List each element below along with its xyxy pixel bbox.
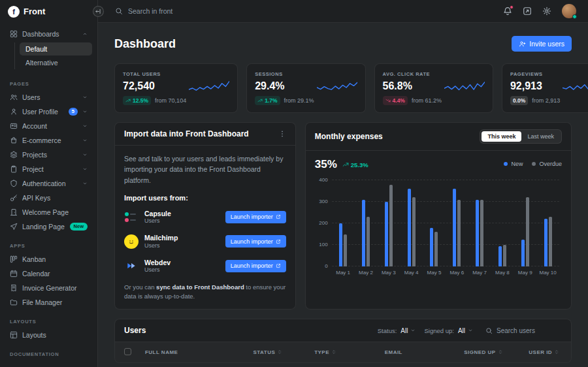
launch-importer-button[interactable]: Launch importer [225, 235, 286, 247]
sidebar-item-projects[interactable]: Projects [5, 148, 93, 162]
sidebar-item-label: Calendar [22, 270, 88, 278]
sidebar-item-users[interactable]: Users [5, 90, 93, 104]
dashboards-submenu: Default Alternative [14, 42, 97, 69]
expenses-delta-value: 25.3% [351, 161, 368, 168]
expenses-value: 35% [315, 158, 337, 171]
expenses-chart: 0100200300400 [332, 180, 559, 266]
sidebar-item-kanban[interactable]: Kanban [5, 252, 93, 266]
webdev-logo [124, 259, 139, 273]
column-user-id[interactable]: USER ID [522, 342, 571, 362]
global-search[interactable] [115, 7, 272, 15]
select-all-checkbox[interactable] [124, 348, 131, 355]
stat-card-sessions: SESSIONS 29.4% 1.7% from 29.1% [246, 63, 365, 113]
bar-new [430, 228, 433, 266]
users-table: FULL NAME STATUS TYPE EMAIL SIGNED UP US… [115, 342, 571, 362]
source-text: Webdev Users [144, 259, 171, 274]
chevron-down-icon [410, 328, 416, 333]
delta-badge: 12.5% [123, 96, 151, 105]
sidebar-item-file-manager[interactable]: File Manager [5, 295, 93, 310]
users-search-input[interactable] [497, 327, 562, 334]
sidebar-item-label: Welcome Page [22, 208, 88, 216]
sidebar-subitem-alternative[interactable]: Alternative [20, 56, 92, 69]
shortcuts-button[interactable] [523, 7, 532, 16]
stat-title: AVG. CLICK RATE [383, 71, 442, 77]
sidebar-item-label: Invoice Generator [22, 284, 88, 292]
x-tick-label: May 2 [355, 270, 378, 276]
sidebar-item-authentication[interactable]: Authentication [5, 176, 93, 191]
trend-up-icon [257, 98, 263, 103]
status-filter-select[interactable]: All [400, 327, 416, 334]
sidebar-nav: Dashboards Default Alternative PAGES Use… [0, 23, 97, 367]
x-tick-label: May 9 [514, 270, 536, 276]
cards-row: Import data into Front Dashboard See and… [114, 122, 572, 310]
legend-overdue[interactable]: Overdue [532, 161, 562, 167]
chevron-down-icon [82, 109, 88, 114]
column-label: USER ID [529, 349, 552, 355]
signed-up-filter-select[interactable]: All [458, 327, 473, 334]
source-type: Users [144, 242, 178, 249]
x-tick-label: May 4 [400, 270, 423, 276]
sidebar-item-dashboards[interactable]: Dashboards [5, 27, 93, 41]
bar-group [400, 180, 423, 266]
launch-importer-button[interactable]: Launch importer [225, 211, 286, 223]
sidebar-item-landing-page[interactable]: Landing Page New [5, 219, 93, 234]
invite-users-button[interactable]: Invite users [512, 36, 572, 52]
sidebar-collapse-button[interactable] [93, 6, 104, 17]
x-tick-label: May 1 [332, 270, 355, 276]
sidebar-item-project[interactable]: Project [5, 162, 93, 176]
users-icon [10, 93, 18, 101]
sort-icon [331, 349, 336, 355]
external-link-icon [276, 263, 281, 268]
sidebar-item-calendar[interactable]: Calendar [5, 266, 93, 281]
sparkline-chart [444, 79, 485, 97]
column-email[interactable]: EMAIL [378, 342, 458, 362]
invoice-icon [10, 284, 18, 292]
legend-new[interactable]: New [504, 161, 523, 167]
card-menu-button[interactable] [278, 130, 286, 138]
chart-legend: New Overdue [504, 158, 562, 167]
column-status[interactable]: STATUS [247, 342, 308, 362]
signed-up-filter-label: Signed up: [424, 327, 453, 334]
project-icon [10, 165, 18, 173]
bar-new [408, 189, 411, 266]
sidebar-item-ecommerce[interactable]: E-commerce [5, 133, 93, 148]
launch-importer-button[interactable]: Launch importer [225, 260, 286, 272]
import-subtitle: Import users from: [124, 194, 286, 202]
stat-card-avg-click-rate: AVG. CLICK RATE 56.8% 4.4% from 61.2% [374, 63, 493, 113]
users-search[interactable] [485, 327, 562, 334]
bar-new [521, 240, 525, 266]
sidebar-item-api-keys[interactable]: API Keys [5, 191, 93, 205]
stat-value: 56.8% [383, 80, 442, 92]
sidebar-item-layouts[interactable]: Layouts [5, 328, 93, 342]
stat-baseline: from 61.2% [412, 97, 442, 104]
column-signed-up[interactable]: SIGNED UP [457, 342, 522, 362]
search-input[interactable] [128, 7, 272, 15]
notifications-button[interactable] [503, 7, 512, 16]
stat-card-body: PAGEVIEWS 92,913 0.0% from 2,913 [510, 71, 560, 105]
sidebar-subitem-default[interactable]: Default [20, 42, 92, 56]
source-name: Mailchimp [144, 234, 178, 242]
toggle-this-week[interactable]: This week [482, 131, 521, 142]
column-type[interactable]: TYPE [308, 342, 378, 362]
account-icon [10, 122, 18, 130]
sidebar-item-invoice-generator[interactable]: Invoice Generator [5, 281, 93, 295]
legend-label: Overdue [539, 161, 562, 167]
x-tick-label: May 10 [536, 270, 559, 276]
sidebar-item-user-profile[interactable]: User Profile 5 [5, 104, 93, 119]
toggle-last-week[interactable]: Last week [521, 131, 560, 142]
expenses-summary: 35% 25.3% [315, 158, 368, 171]
bar-new [362, 200, 365, 266]
avatar[interactable] [562, 4, 576, 18]
stat-value: 72,540 [123, 80, 186, 92]
api-keys-icon [10, 194, 18, 202]
column-full-name[interactable]: FULL NAME [139, 342, 247, 362]
sidebar-item-welcome-page[interactable]: Welcome Page [5, 205, 93, 219]
settings-button[interactable] [542, 7, 551, 16]
mailchimp-logo [124, 234, 139, 249]
brand[interactable]: f Front [0, 0, 97, 23]
delta-value: 12.5% [133, 98, 148, 104]
bar-group [514, 180, 536, 266]
table-header-row: FULL NAME STATUS TYPE EMAIL SIGNED UP US… [115, 342, 571, 362]
sidebar-item-label: User Profile [22, 108, 64, 116]
sidebar-item-account[interactable]: Account [5, 119, 93, 133]
